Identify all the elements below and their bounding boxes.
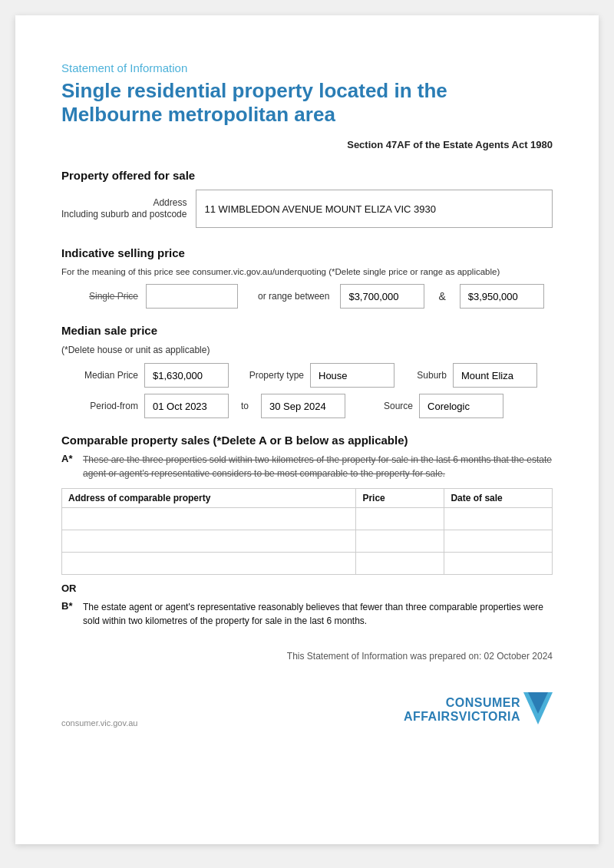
comp-price-1[interactable] — [356, 530, 444, 553]
period-from-value[interactable]: 01 Oct 2023 — [144, 394, 229, 418]
indicative-price-heading: Indicative selling price — [61, 246, 553, 259]
document-page: Statement of Information Single resident… — [15, 15, 599, 844]
period-to-value[interactable]: 30 Sep 2024 — [261, 394, 345, 418]
comp-price-2[interactable] — [356, 553, 444, 575]
act-reference: Section 47AF of the Estate Agents Act 19… — [61, 139, 553, 150]
footer: consumer.vic.gov.au CONSUMER AFFAIRSVICT… — [61, 685, 553, 728]
comp-address-0[interactable] — [62, 508, 356, 530]
option-b-text: The estate agent or agent's representati… — [83, 600, 553, 628]
range-to-value[interactable]: $3,950,000 — [460, 284, 544, 309]
main-title: Single residential property located in t… — [61, 79, 553, 127]
suburb-label: Suburb — [401, 370, 447, 381]
table-row — [62, 553, 553, 575]
source-label: Source — [367, 401, 413, 411]
or-range-label: or range between — [258, 291, 329, 302]
property-section-heading: Property offered for sale — [61, 169, 553, 182]
single-price-value[interactable] — [146, 284, 238, 309]
comparable-section: Comparable property sales (*Delete A or … — [61, 434, 553, 628]
price-row: Single Price or range between $3,700,000… — [61, 284, 553, 309]
comp-address-2[interactable] — [62, 553, 356, 575]
comp-date-0[interactable] — [444, 508, 553, 530]
property-type-label: Property type — [235, 370, 304, 381]
col-date-header: Date of sale — [444, 489, 553, 508]
median-note: (*Delete house or unit as applicable) — [61, 345, 553, 355]
comp-date-2[interactable] — [444, 553, 553, 575]
median-price-row: Median Price $1,630,000 Property type Ho… — [61, 363, 553, 388]
indicative-price-note: For the meaning of this price see consum… — [61, 267, 553, 276]
logo-affairs: AFFAIRS — [404, 710, 459, 723]
median-price-label: Median Price — [61, 370, 138, 381]
comp-address-1[interactable] — [62, 530, 356, 553]
logo-consumer: CONSUMER — [446, 696, 520, 709]
prepared-note: This Statement of Information was prepar… — [61, 651, 553, 662]
soi-label: Statement of Information — [61, 61, 553, 74]
range-from-value[interactable]: $3,700,000 — [340, 284, 424, 309]
median-section: Median sale price (*Delete house or unit… — [61, 324, 553, 418]
col-price-header: Price — [356, 489, 444, 508]
period-row: Period-from 01 Oct 2023 to 30 Sep 2024 S… — [61, 394, 553, 418]
source-value[interactable]: Corelogic — [419, 394, 503, 418]
option-b-label: B* — [61, 600, 83, 612]
col-address-header: Address of comparable property — [62, 489, 356, 508]
comp-price-0[interactable] — [356, 508, 444, 530]
logo-triangle-icon — [523, 692, 553, 728]
ampersand: & — [432, 290, 451, 302]
logo-victoria: VICTORIA — [459, 710, 520, 723]
option-a-text: These are the three properties sold with… — [83, 453, 553, 480]
median-price-value[interactable]: $1,630,000 — [144, 363, 229, 388]
single-price-label: Single Price — [61, 291, 138, 302]
table-row — [62, 508, 553, 530]
address-label: Address Including suburb and postcode — [61, 197, 196, 221]
or-label: OR — [61, 583, 553, 594]
to-label: to — [235, 401, 255, 411]
option-a-label: A* — [61, 453, 83, 464]
property-type-value[interactable]: House — [310, 363, 394, 388]
table-row — [62, 530, 553, 553]
suburb-value[interactable]: Mount Eliza — [453, 363, 537, 388]
footer-url: consumer.vic.gov.au — [61, 718, 137, 728]
comp-date-1[interactable] — [444, 530, 553, 553]
period-label: Period-from — [61, 401, 138, 411]
logo-area: CONSUMER AFFAIRSVICTORIA — [404, 692, 553, 728]
median-heading: Median sale price — [61, 324, 553, 337]
option-a-row: A* These are the three properties sold w… — [61, 453, 553, 480]
option-b-row: B* The estate agent or agent's represent… — [61, 600, 553, 628]
address-value[interactable]: 11 WIMBLEDON AVENUE MOUNT ELIZA VIC 3930 — [196, 190, 553, 228]
address-row: Address Including suburb and postcode 11… — [61, 190, 553, 228]
comparable-table: Address of comparable property Price Dat… — [61, 488, 553, 575]
comparable-heading: Comparable property sales (*Delete A or … — [61, 434, 553, 447]
